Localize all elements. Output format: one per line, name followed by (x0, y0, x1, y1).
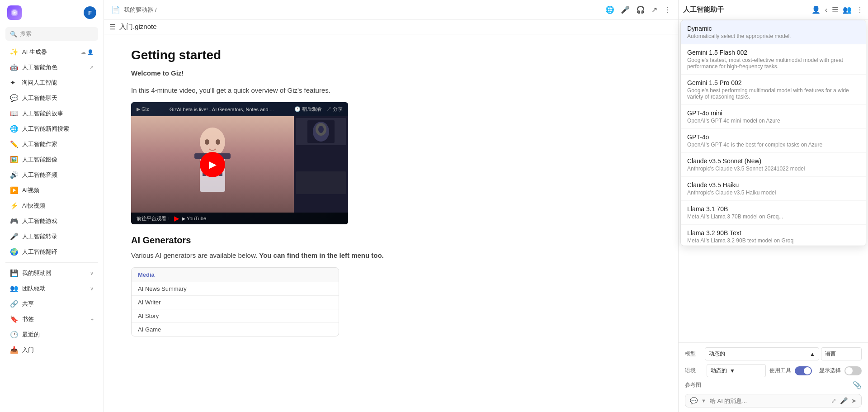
mic-icon[interactable]: 🎤 (621, 5, 630, 14)
hamburger-icon[interactable]: ☰ (109, 23, 116, 31)
model-selector[interactable]: 动态的 ▲ (705, 347, 819, 360)
dots-icon[interactable]: ⋮ (856, 5, 863, 14)
ask-ai-icon: ✦ (10, 79, 18, 87)
video-watch-later: 🕐 稍后观看 (294, 106, 322, 113)
video-share-btn[interactable]: ↗ 分享 (326, 106, 343, 113)
chat-dropdown-arrow[interactable]: ▼ (701, 398, 706, 403)
headphone-icon[interactable]: 🎧 (636, 5, 645, 14)
sidebar-item-ai-chat[interactable]: 💬 人工智能聊天 (3, 91, 101, 105)
right-panel-bottom: 模型 动态的 ▲ 语言 语境 动态的 ▼ 使用工具 显示选择 (679, 342, 868, 412)
sidebar-item-ai-image[interactable]: 🖼️ 人工智能图像 (3, 152, 101, 167)
video-embed[interactable]: ▶ Giz GizAI beta is live! - AI Generator… (131, 102, 348, 224)
generator-item-story[interactable]: AI Story (132, 309, 339, 323)
show-select-label: 显示选择 (819, 367, 841, 374)
dropdown-item-gemini-pro[interactable]: Gemini 1.5 Pro 002 Google's best perform… (681, 75, 866, 105)
attach-icon[interactable]: 📎 (853, 381, 862, 389)
sidebar-item-ai-transcript[interactable]: 🎤 人工智能转录 (3, 229, 101, 244)
send-icon[interactable]: ➤ (851, 397, 857, 404)
sidebar-item-bookmark[interactable]: 🔖 书签 + (3, 312, 101, 327)
language-selector[interactable]: 语言 (821, 347, 862, 360)
sidebar-item-ai-writer[interactable]: ✏️ 人工智能作家 (3, 137, 101, 152)
recent-icon: 🕐 (10, 331, 19, 339)
context-selector[interactable]: 动态的 ▼ (707, 364, 766, 377)
show-select-toggle[interactable] (844, 366, 862, 375)
menu-icon[interactable]: ☰ (832, 5, 838, 14)
sidebar-item-my-drives[interactable]: 💾 我的驱动器 ∨ (3, 266, 101, 280)
sidebar-item-ai-role[interactable]: 🤖 人工智能角色 ↗ (3, 60, 101, 75)
sidebar-item-ai-game[interactable]: 🎮 人工智能游戏 (3, 214, 101, 228)
entry-icon: 📥 (10, 346, 19, 354)
context-row: 语境 动态的 ▼ 使用工具 显示选择 (685, 364, 862, 377)
chat-input-icons: ⤢ 🎤 ➤ (831, 397, 857, 404)
dropdown-item-gemini-flash[interactable]: Gemini 1.5 Flash 002 Google's fastest, m… (681, 44, 866, 75)
sidebar-item-team-drive[interactable]: 👥 团队驱动 ∨ (3, 281, 101, 296)
sidebar-item-ai-generator[interactable]: ✨ AI 生成器 ☁ 👤 (3, 45, 101, 59)
sidebar-item-shared[interactable]: 🔗 共享 (3, 297, 101, 311)
video-watch-on-label: 前往平台观看： (137, 215, 171, 222)
translate-icon[interactable]: 🌐 (605, 5, 614, 14)
ref-label: 参考图 (685, 381, 701, 389)
topbar-actions: 🌐 🎤 🎧 ↗ ⋮ (605, 5, 671, 14)
generators-list: Media AI News Summary AI Writer AI Story… (131, 267, 339, 336)
search-bar[interactable]: 🔍 搜索 (5, 27, 98, 41)
ai-audio-icon: 🔊 (10, 171, 19, 179)
app-logo (7, 5, 22, 20)
sidebar-item-ai-story[interactable]: 📖 人工智能的故事 (3, 106, 101, 121)
users-icon[interactable]: 👥 (843, 5, 852, 14)
dropdown-item-llama-90b-text[interactable]: Llama 3.2 90B Text Meta AI's Llama 3.2 9… (681, 225, 866, 246)
sidebar-divider (5, 262, 98, 263)
ai-writer-icon: ✏️ (10, 140, 19, 148)
context-label: 语境 (685, 367, 703, 374)
ai-news-icon: 🌐 (10, 125, 19, 133)
ai-game-icon: 🎮 (10, 217, 19, 225)
sidebar-item-ai-video[interactable]: ▶️ AI视频 (3, 183, 101, 198)
sidebar-item-entry[interactable]: 📥 入门 (3, 343, 101, 357)
sidebar-item-recent[interactable]: 🕐 最近的 (3, 327, 101, 342)
generators-heading: AI Generators (131, 235, 651, 246)
ai-image-icon: 🖼️ (10, 156, 19, 164)
ai-translate-icon: 🌍 (10, 248, 19, 256)
generator-item-writer[interactable]: AI Writer (132, 296, 339, 309)
chat-bubble-icon[interactable]: 💬 (690, 397, 698, 404)
breadcrumb: 我的驱动器 / (124, 6, 157, 14)
search-icon: 🔍 (10, 31, 17, 38)
dropdown-item-claude-sonnet[interactable]: Claude v3.5 Sonnet (New) Anthropic's Cla… (681, 153, 866, 177)
model-dropdown: Dynamic Automatically select the appropr… (680, 20, 866, 246)
generator-item-news[interactable]: AI News Summary (132, 282, 339, 296)
dropdown-item-claude-haiku[interactable]: Claude v3.5 Haiku Anthropic's Claude v3.… (681, 177, 866, 201)
sidebar-item-ai-audio[interactable]: 🔊 人工智能音频 (3, 168, 101, 182)
doc-file-icon: 📄 (111, 5, 120, 14)
doc-heading: Getting started (131, 48, 651, 62)
dropdown-item-dynamic[interactable]: Dynamic Automatically select the appropr… (681, 20, 866, 44)
use-tool-toggle[interactable] (795, 366, 812, 375)
breadcrumb-bar: 📄 我的驱动器 / 🌐 🎤 🎧 ↗ ⋮ (104, 0, 678, 20)
doc-content: Getting started Welcome to Giz! In this … (104, 34, 678, 412)
dropdown-item-gpt4o[interactable]: GPT-4o OpenAI's GPT-4o is the best for c… (681, 129, 866, 153)
generator-item-game[interactable]: AI Game (132, 323, 339, 336)
ai-short-video-icon: ⚡ (10, 202, 19, 210)
chevron-left-icon[interactable]: ‹ (825, 6, 827, 14)
person-icon[interactable]: 👤 (811, 5, 821, 14)
video-play-button[interactable]: ▶ (200, 152, 225, 177)
generators-desc: Various AI generators are available belo… (131, 250, 651, 261)
share-icon[interactable]: ↗ (651, 5, 657, 14)
sidebar-item-ai-translate[interactable]: 🌍 人工智能翻译 (3, 245, 101, 259)
chat-input-row: 💬 ▼ ⤢ 🎤 ➤ (685, 394, 862, 407)
video-title: GizAI beta is live! - AI Generators, Not… (170, 107, 274, 112)
dropdown-item-gpt4o-mini[interactable]: GPT-4o mini OpenAI's GPT-4o mini model o… (681, 105, 866, 129)
svg-point-6 (216, 139, 220, 145)
ai-transcript-icon: 🎤 (10, 232, 19, 241)
more-icon[interactable]: ⋮ (664, 5, 671, 14)
sidebar-item-ai-news[interactable]: 🌐 人工智能新闻搜索 (3, 122, 101, 136)
team-drive-icon: 👥 (10, 284, 19, 293)
sidebar-item-ask-ai[interactable]: ✦ 询问人工智能 (3, 76, 101, 90)
sidebar-item-ai-short-video[interactable]: ⚡ AI快视频 (3, 199, 101, 213)
expand-icon[interactable]: ⤢ (831, 397, 836, 404)
main-content: 📄 我的驱动器 / 🌐 🎤 🎧 ↗ ⋮ ☰ 入门.giznote Getting… (104, 0, 678, 412)
dropdown-item-llama-70b[interactable]: Llama 3.1 70B Meta AI's Llama 3 70B mode… (681, 201, 866, 225)
avatar[interactable]: F (84, 6, 96, 19)
chat-input[interactable] (710, 398, 827, 404)
my-drives-icon: 💾 (10, 269, 19, 277)
voice-input-icon[interactable]: 🎤 (840, 397, 848, 404)
show-select-toggle-row: 显示选择 (819, 366, 862, 375)
